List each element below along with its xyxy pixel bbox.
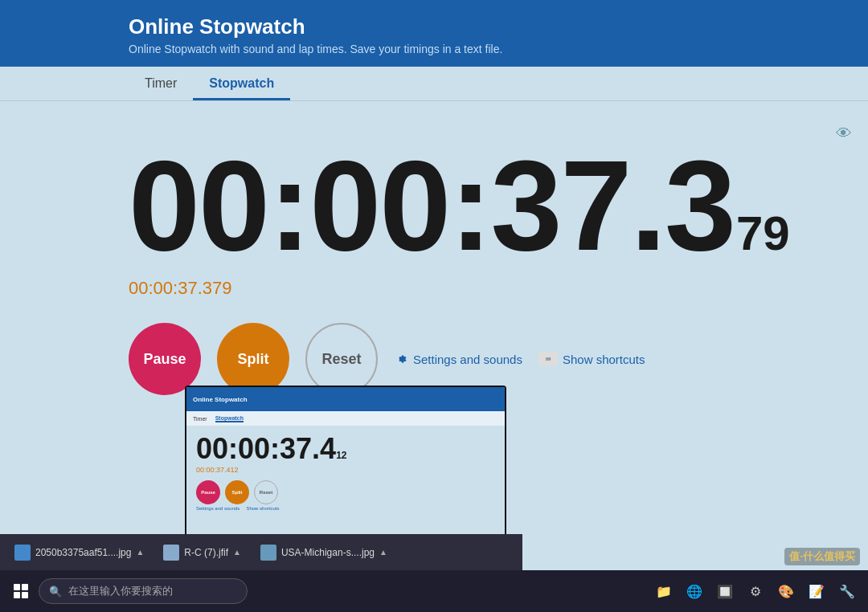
file-icon-2 <box>163 545 179 561</box>
shortcuts-button[interactable]: ⌨ Show shortcuts <box>538 352 645 366</box>
watermark: 值·什么值得买 <box>784 548 860 565</box>
file-icon-1 <box>14 545 31 561</box>
shortcuts-label: Show shortcuts <box>563 353 645 366</box>
buttons-row: Pause Split Reset Settings and sounds ⌨ … <box>129 323 739 395</box>
laptop-shortcuts-label: Show shortcuts <box>246 506 279 511</box>
site-title: Online Stopwatch <box>129 14 852 39</box>
gear-icon <box>394 352 408 366</box>
search-icon: 🔍 <box>49 585 62 598</box>
laptop-nav-timer: Timer <box>193 416 207 422</box>
reset-button[interactable]: Reset <box>305 323 378 395</box>
laptop-header: Online Stopwatch <box>186 387 505 411</box>
chevron-up-2[interactable]: ▲ <box>233 548 241 557</box>
taskbar-search[interactable]: 🔍 在这里输入你要搜索的 <box>39 578 248 604</box>
laptop-timer-main: 00:00:37.4 <box>196 432 336 466</box>
start-button[interactable] <box>6 577 35 606</box>
file-item-2[interactable]: R-C (7).jfif ▲ <box>157 541 248 564</box>
svg-rect-2 <box>14 592 20 598</box>
tab-timer[interactable]: Timer <box>129 67 193 100</box>
taskbar: 🔍 在这里输入你要搜索的 📁 🌐 🔲 ⚙ 🎨 📝 🔧 <box>0 570 868 612</box>
taskbar-icon-word[interactable]: 📝 <box>802 577 831 606</box>
chevron-up-3[interactable]: ▲ <box>379 548 387 557</box>
main-content: 00:00:37.3 79 00:00:37.379 Pause Split R… <box>0 101 868 419</box>
laptop-timer-text: 00:00:37.412 <box>196 466 495 474</box>
svg-rect-3 <box>22 592 28 598</box>
chevron-up-1[interactable]: ▲ <box>136 548 144 557</box>
laptop-reset-button[interactable]: Reset <box>254 480 278 504</box>
laptop-main: 00:00:37.4 12 00:00:37.412 Pause Split R… <box>186 426 505 517</box>
file-name-1: 2050b3375aaf51....jpg <box>35 547 131 558</box>
file-item-1[interactable]: 2050b3375aaf51....jpg ▲ <box>8 541 150 564</box>
laptop-nav: Timer Stopwatch <box>186 411 505 426</box>
svg-rect-1 <box>22 584 28 590</box>
keyboard-icon: ⌨ <box>538 352 558 366</box>
timer-display: 00:00:37.3 79 <box>129 141 739 270</box>
svg-rect-0 <box>14 584 20 590</box>
file-icon-3 <box>260 545 276 561</box>
laptop-timer-display: 00:00:37.4 12 <box>196 432 495 466</box>
file-name-2: R-C (7).jfif <box>184 547 228 558</box>
taskbar-icon-gear[interactable]: 🔧 <box>833 577 862 606</box>
tab-navigation: Timer Stopwatch <box>0 67 868 101</box>
laptop-links: Settings and sounds Show shortcuts <box>196 506 495 511</box>
laptop-split-button[interactable]: Split <box>225 480 249 504</box>
taskbar-icon-1[interactable]: 📁 <box>649 577 678 606</box>
laptop-settings-label: Settings and sounds <box>196 506 240 511</box>
tab-stopwatch[interactable]: Stopwatch <box>193 67 290 100</box>
search-placeholder: 在这里输入你要搜索的 <box>68 584 173 598</box>
laptop-nav-stopwatch: Stopwatch <box>215 415 244 422</box>
taskbar-icon-edge[interactable]: 🌐 <box>680 577 709 606</box>
timer-main-value: 00:00:37.3 <box>129 141 735 270</box>
file-item-3[interactable]: USA-Michigan-s....jpg ▲ <box>254 541 394 564</box>
laptop-buttons: Pause Split Reset <box>196 480 495 504</box>
pause-button[interactable]: Pause <box>129 323 201 395</box>
download-bar: 2050b3375aaf51....jpg ▲ R-C (7).jfif ▲ U… <box>0 534 522 570</box>
settings-button[interactable]: Settings and sounds <box>394 352 522 366</box>
timer-text-value: 00:00:37.379 <box>129 278 739 299</box>
taskbar-icon-settings[interactable]: ⚙ <box>741 577 770 606</box>
laptop-timer-decimal: 12 <box>336 450 346 461</box>
taskbar-icons: 📁 🌐 🔲 ⚙ 🎨 📝 🔧 <box>649 577 862 606</box>
settings-label: Settings and sounds <box>413 353 522 366</box>
eye-icon: 👁 <box>836 124 852 143</box>
split-button[interactable]: Split <box>217 323 289 395</box>
laptop-site-title: Online Stopwatch <box>193 396 248 403</box>
taskbar-icon-calc[interactable]: 🔲 <box>710 577 739 606</box>
site-subtitle: Online Stopwatch with sound and lap time… <box>129 43 852 55</box>
file-name-3: USA-Michigan-s....jpg <box>281 547 375 558</box>
laptop-pause-button[interactable]: Pause <box>196 480 220 504</box>
timer-decimal-value: 79 <box>736 210 790 258</box>
taskbar-icon-ps[interactable]: 🎨 <box>772 577 800 606</box>
site-header: Online Stopwatch Online Stopwatch with s… <box>0 0 868 67</box>
